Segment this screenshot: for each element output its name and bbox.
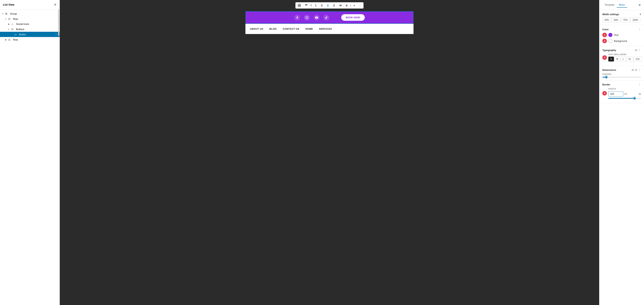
facebook-icon[interactable]	[294, 15, 300, 21]
tree-item-row2[interactable]: ▶ ⊡ Row	[0, 37, 60, 42]
tab-group: Template Block	[602, 2, 627, 8]
svg-rect-1	[300, 4, 300, 5]
dimensions-link-btn[interactable]: ⊙	[635, 68, 637, 71]
width-settings-label: Width settings	[602, 13, 619, 16]
svg-rect-5	[305, 5, 307, 6]
bg-color-swatch[interactable]	[608, 39, 612, 43]
scrollbar[interactable]	[58, 10, 59, 36]
tree-item-social-icons[interactable]: ▶ ◁ Social Icons	[0, 22, 60, 27]
svg-rect-4	[305, 4, 307, 5]
dimensions-settings-btn[interactable]: ⇄	[632, 68, 634, 71]
size-xxl-btn[interactable]: XXL	[634, 57, 642, 62]
color-badge-2: 2	[602, 39, 607, 43]
canvas: ⠿ ⇅ B I ▾ ⋮	[60, 0, 599, 305]
nav-item-about[interactable]: ABOUT US	[250, 28, 263, 30]
svg-rect-12	[334, 4, 335, 5]
tab-block[interactable]: Block	[617, 2, 627, 8]
more-options-button[interactable]: ⋮	[55, 33, 57, 36]
chevron-icon: ▾	[8, 28, 11, 30]
tree-item-group[interactable]: ▾ ⊞ Group	[0, 11, 60, 16]
close-right-panel-button[interactable]: ✕	[638, 3, 641, 7]
toolbar-center-btn[interactable]	[325, 4, 330, 7]
svg-rect-14	[334, 6, 335, 7]
floating-toolbar: ⠿ ⇅ B I ▾ ⋮	[295, 2, 364, 9]
instagram-icon[interactable]	[304, 15, 310, 21]
toolbar-grid-btn[interactable]	[296, 3, 302, 8]
radius-slider-track[interactable]	[608, 98, 641, 99]
nav-item-services[interactable]: SERVICES	[319, 28, 332, 30]
radius-link-icon[interactable]: ⊙	[638, 92, 641, 96]
tree-item-label: Button	[19, 33, 26, 36]
tree-item-button[interactable]: ▭ Button ⋮	[0, 32, 60, 37]
toolbar-dropdown-btn[interactable]: ▾	[352, 3, 356, 8]
padding-slider-track[interactable]	[602, 77, 641, 78]
svg-rect-8	[321, 6, 322, 7]
text-color-label: Text	[614, 34, 618, 37]
toolbar-more-btn[interactable]: ⋮	[358, 3, 362, 8]
toolbar-bold-btn[interactable]: B	[344, 3, 348, 8]
dimensions-icons: ⇄ ⊙ ⋮	[632, 68, 641, 71]
border-section: Border ⋮ 4 RADIUS PX ⊙	[599, 80, 644, 103]
toolbar-updown-btn[interactable]: ⇅	[314, 3, 318, 8]
width-buttons: 25% 50% 75% 100%	[602, 18, 641, 23]
toolbar-drag-btn[interactable]: ⠿	[309, 3, 313, 8]
tree-item-label: Buttons	[16, 28, 24, 31]
toolbar-divider	[337, 4, 337, 7]
tab-template[interactable]: Template	[602, 2, 617, 8]
radius-slider-thumb[interactable]	[633, 97, 636, 100]
toolbar-italic-btn[interactable]: I	[349, 3, 352, 8]
svg-rect-9	[327, 4, 328, 5]
size-s-btn[interactable]: S	[608, 57, 614, 62]
text-color-swatch[interactable]	[608, 33, 612, 37]
size-m-btn[interactable]: M	[614, 57, 620, 62]
bg-color-label: Background	[614, 40, 627, 43]
svg-rect-0	[298, 4, 299, 5]
width-50-btn[interactable]: 50%	[612, 18, 620, 23]
toolbar-align-right-btn[interactable]	[331, 4, 336, 7]
width-settings-title: Width settings ▾	[602, 13, 641, 16]
color-section-title: Color ⋮	[602, 28, 641, 31]
typography-section-title: Typography ⇄ ⋮	[602, 49, 641, 52]
dimensions-section-title: Dimensions ⇄ ⊙ ⋮	[602, 68, 641, 71]
toolbar-align-left-btn[interactable]	[320, 4, 325, 7]
svg-rect-15	[306, 16, 308, 19]
tree-item-label: Row	[13, 38, 18, 41]
chevron-icon: ▶	[8, 23, 11, 25]
collapse-width-btn[interactable]: ▾	[640, 13, 641, 16]
width-100-btn[interactable]: 100%	[630, 18, 640, 23]
color-more-btn[interactable]: ⋮	[638, 28, 641, 31]
dimensions-more-btn[interactable]: ⋮	[638, 68, 641, 71]
radius-input[interactable]	[608, 91, 623, 96]
border-more-btn[interactable]: ⋮	[638, 83, 641, 86]
text-color-row: 1 Text	[602, 33, 641, 37]
width-25-btn[interactable]: 25%	[602, 18, 611, 23]
close-left-panel-button[interactable]: ✕	[54, 3, 56, 7]
tiktok-icon[interactable]	[323, 15, 329, 21]
panel-header: List View ✕	[0, 0, 60, 10]
book-now-button[interactable]: BOOK NOW!	[341, 14, 365, 21]
size-buttons: S M L XL XXL	[608, 57, 642, 62]
typography-settings-btn[interactable]: ⇄	[635, 49, 637, 52]
tree-item-row1[interactable]: ▾ ⊡ Row	[0, 16, 60, 22]
padding-slider-thumb[interactable]	[605, 76, 608, 79]
youtube-icon[interactable]	[314, 15, 320, 21]
tree-item-label: Group	[10, 12, 17, 15]
social-icons-icon: ◁	[11, 23, 15, 26]
chevron-icon: ▾	[5, 18, 8, 20]
typography-more-btn[interactable]: ⋮	[638, 49, 641, 52]
width-75-btn[interactable]: 75%	[621, 18, 630, 23]
toolbar-link-btn[interactable]	[338, 4, 343, 7]
nav-item-contact[interactable]: CONTACT US	[282, 28, 299, 30]
button-icon: ▭	[14, 33, 18, 36]
size-xl-btn[interactable]: XL	[626, 57, 633, 62]
tree-item-label: Row	[13, 18, 18, 20]
group-icon: ⊞	[5, 12, 9, 15]
panel-title: List View	[3, 3, 14, 6]
row-icon: ⊡	[8, 38, 12, 41]
size-l-btn[interactable]: L	[621, 57, 626, 62]
nav-item-home[interactable]: HOME	[306, 28, 313, 30]
right-panel-header: Template Block ✕	[599, 0, 644, 10]
toolbar-text-btn[interactable]	[304, 3, 309, 8]
nav-item-blog[interactable]: BLOG	[269, 28, 277, 30]
tree-item-buttons[interactable]: ▾ ⊡ Buttons	[0, 27, 60, 32]
